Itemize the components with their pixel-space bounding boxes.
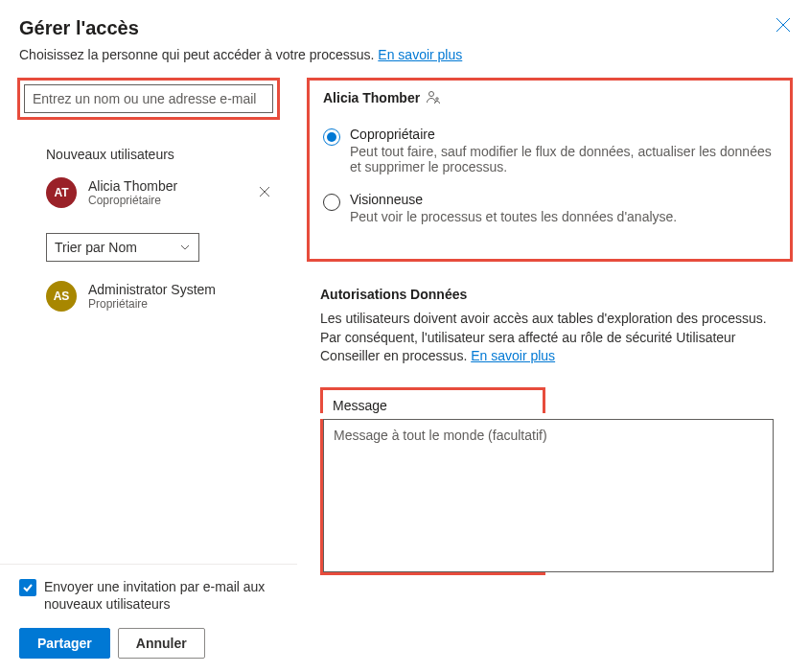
chevron-down-icon	[179, 242, 191, 253]
user-row-existing[interactable]: AS Administrator System Propriétaire	[17, 275, 280, 317]
role-panel-highlight: Alicia Thomber Copropriétaire Peut tout …	[307, 78, 793, 262]
perms-learn-more-link[interactable]: En savoir plus	[471, 348, 555, 363]
role-label: Copropriétaire	[350, 127, 776, 142]
sort-label: Trier par Nom	[55, 240, 137, 255]
close-icon[interactable]	[775, 17, 791, 33]
sort-select[interactable]: Trier par Nom	[46, 233, 199, 262]
role-desc: Peut voir le processus et toutes les don…	[350, 209, 677, 224]
svg-point-4	[429, 92, 434, 97]
new-users-label: Nouveaux utilisateurs	[46, 147, 280, 162]
role-option-viewer[interactable]: Visionneuse Peut voir le processus et to…	[323, 192, 776, 224]
share-button[interactable]: Partager	[19, 628, 110, 659]
send-invite-label: Envoyer une invitation par e-mail aux no…	[44, 578, 278, 613]
remove-user-icon[interactable]	[255, 181, 280, 204]
selected-user-name: Alicia Thomber	[323, 90, 420, 105]
dialog-subtext: Choisissez la personne qui peut accéder …	[0, 47, 810, 78]
role-label: Visionneuse	[350, 192, 677, 207]
message-highlight: Message	[320, 387, 545, 413]
send-invite-checkbox[interactable]	[19, 579, 36, 596]
data-perms-text: Les utilisateurs doivent avoir accès aux…	[320, 310, 779, 366]
avatar: AS	[46, 281, 77, 312]
user-role: Propriétaire	[88, 297, 280, 311]
message-textarea[interactable]	[323, 419, 774, 572]
learn-more-link[interactable]: En savoir plus	[378, 47, 462, 62]
user-role: Copropriétaire	[88, 194, 243, 207]
radio-viewer[interactable]	[323, 194, 340, 211]
user-row-new[interactable]: AT Alicia Thomber Copropriétaire	[17, 172, 280, 214]
search-highlight	[17, 78, 280, 120]
person-icon	[426, 90, 441, 105]
message-label: Message	[333, 398, 533, 413]
search-input[interactable]	[24, 84, 273, 113]
avatar: AT	[46, 177, 77, 208]
user-name: Alicia Thomber	[88, 178, 243, 194]
dialog-title: Gérer l'accès	[19, 17, 139, 39]
svg-point-5	[436, 98, 438, 100]
role-option-coowner[interactable]: Copropriétaire Peut tout faire, sauf mod…	[323, 127, 776, 174]
user-name: Administrator System	[88, 282, 280, 297]
check-icon	[22, 582, 34, 593]
radio-coowner[interactable]	[323, 128, 340, 146]
cancel-button[interactable]: Annuler	[118, 628, 205, 659]
role-desc: Peut tout faire, sauf modifier le flux d…	[350, 144, 776, 174]
data-perms-heading: Autorisations Données	[320, 287, 793, 302]
